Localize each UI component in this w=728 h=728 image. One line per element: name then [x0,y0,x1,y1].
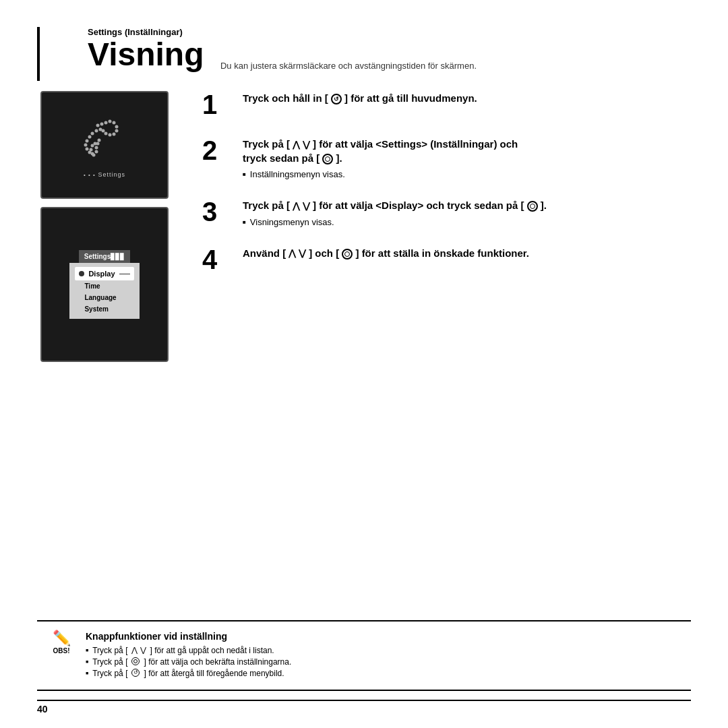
svg-point-11 [99,128,102,131]
note-nav-icon-1: ⋀ ⋁ [131,646,146,655]
note-back-icon: ↺ [131,669,140,677]
note-item-3: Tryck på [ ↺ ] för att återgå till föreg… [86,669,680,678]
menu-body: Display Time Language System [69,263,139,319]
menu-header: Settings ▊▊▊ [79,250,130,263]
menu-item-time: Time [75,280,133,292]
step-2-number: 2 [202,137,236,164]
svg-point-20 [95,150,98,154]
section-label: Settings (Inställningar) [88,27,688,37]
note-content: Knappfunktioner vid inställning Tryck på… [86,631,680,680]
svg-point-0 [96,124,100,127]
page-title: Visning [88,38,204,71]
bottom-border-line [37,700,691,701]
home-button-icon: ↺ [331,94,342,104]
step-4-number: 4 [202,246,236,273]
menu-item-display: Display [75,267,133,280]
step-2: 2 Tryck på [ ⋀ ⋁ ] för att välja <Settin… [202,137,688,179]
obs-label: OBS! [53,647,70,655]
note-enter-icon [131,657,140,665]
svg-point-3 [109,120,112,123]
svg-point-13 [91,132,94,135]
note-title: Knappfunktioner vid inställning [86,631,680,642]
note-item-2: Tryck på [ ] för att välja och bekräfta … [86,657,680,667]
step-1-content: Tryck och håll in [ ↺ ] för att gå till … [243,91,688,109]
battery-indicator: ▊▊▊ [111,253,125,260]
svg-point-27 [91,152,94,156]
menu-item-label: Display [88,270,115,278]
svg-point-4 [113,121,116,125]
svg-point-12 [95,129,98,133]
svg-point-23 [98,139,101,142]
step-4-content: Använd [ ⋀ ⋁ ] och [ ] för att ställa in… [243,246,688,264]
svg-point-9 [104,132,108,135]
svg-point-15 [86,140,89,143]
enter-button-icon-3 [342,249,353,260]
step-4: 4 Använd [ ⋀ ⋁ ] och [ ] för att ställa … [202,246,688,273]
svg-point-8 [109,133,112,137]
step-3: 3 Tryck på [ ⋀ ⋁ ] för att välja <Displa… [202,198,688,226]
selected-bullet [79,271,84,276]
step-3-note: Visningsmenyn visas. [243,217,688,227]
page-header: Settings (Inställningar) Visning Du kan … [40,27,688,71]
menu-item-language: Language [75,292,133,303]
svg-point-5 [115,125,119,129]
svg-point-2 [104,121,108,125]
svg-point-26 [90,148,93,152]
step-2-content: Tryck på [ ⋀ ⋁ ] för att välja <Settings… [243,137,688,179]
step-2-text: Tryck på [ ⋀ ⋁ ] för att välja <Settings… [243,137,688,165]
note-item-1: Tryck på [ ⋀ ⋁ ] för att gå uppåt och ne… [86,646,680,655]
step-2-note: Inställningsmenyn visas. [243,169,688,179]
step-3-content: Tryck på [ ⋀ ⋁ ] för att välja <Display>… [243,198,688,226]
svg-point-1 [100,123,104,126]
menu-title: Settings [84,253,111,260]
svg-point-24 [94,142,97,146]
device-mockups-column: • • • Settings Settings ▊▊▊ Display Time… [40,91,175,362]
settings-dots-label: • • • Settings [84,171,125,178]
svg-point-17 [86,148,89,151]
nav-up-down-icon-2: ⋀ ⋁ [293,200,310,212]
step-1: 1 Tryck och håll in [ ↺ ] för att gå til… [202,91,688,118]
step-3-number: 3 [202,198,236,225]
bottom-note-box: ✏️ OBS! Knappfunktioner vid inställning … [37,620,691,691]
step-3-text: Tryck på [ ⋀ ⋁ ] för att välja <Display>… [243,198,688,212]
step-1-number: 1 [202,91,236,118]
instructions-column: 1 Tryck och håll in [ ↺ ] för att gå til… [202,91,688,362]
nav-up-down-icon: ⋀ ⋁ [293,139,310,151]
device-screen-2: Settings ▊▊▊ Display Time Language Syste… [40,207,169,362]
nav-up-down-icon-3: ⋀ ⋁ [289,247,306,260]
svg-point-16 [84,144,88,147]
enter-button-icon-2 [527,201,538,212]
svg-point-6 [115,129,119,133]
main-content: • • • Settings Settings ▊▊▊ Display Time… [40,91,688,362]
pencil-icon: ✏️ [53,631,71,646]
step-4-text: Använd [ ⋀ ⋁ ] och [ ] för att ställa in… [243,246,688,260]
page-subtitle: Du kan justera skärmsläckare och avstäng… [220,61,477,71]
page-number: 40 [37,704,48,715]
svg-point-14 [88,135,92,139]
step-1-text: Tryck och håll in [ ↺ ] för att gå till … [243,91,688,105]
enter-button-icon [322,154,333,164]
svg-point-25 [91,144,94,148]
svg-point-21 [95,146,98,150]
player-key-icon [78,112,131,166]
svg-point-7 [113,133,116,136]
menu-item-system: System [75,303,133,315]
device-screen-1: • • • Settings [40,91,169,199]
obs-icon-area: ✏️ OBS! [48,631,75,658]
